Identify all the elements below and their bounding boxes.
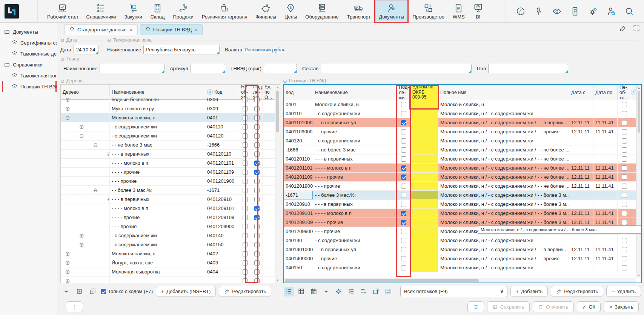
tree-expand-icon[interactable]: ⊕: [79, 124, 84, 130]
column-header-code[interactable]: Код: [284, 85, 313, 100]
scrollbar-thumb[interactable]: [276, 91, 279, 132]
column-header-sort[interactable]: ∧: [631, 85, 636, 100]
subject-checkbox[interactable]: [254, 124, 260, 130]
necessary-checkbox[interactable]: [243, 197, 248, 202]
position-row[interactable]: 0401201109- - - - прочиеМолоко и сливки,…: [284, 173, 636, 182]
column-header-subject[interactable]: Под- ле- жи...: [397, 85, 410, 100]
menu-item-production[interactable]: Производство: [408, 0, 449, 22]
column-header-name[interactable]: Наименование: [313, 85, 397, 100]
vertical-scrollbar[interactable]: ▲ ▼: [275, 85, 280, 283]
tree-collapse-icon[interactable]: ⊖: [107, 196, 110, 202]
date-input[interactable]: [74, 45, 98, 54]
swap-icon[interactable]: [383, 287, 393, 296]
calendar-view-icon[interactable]: [309, 287, 319, 296]
add-button[interactable]: +Добавить (INSERT): [156, 286, 216, 297]
tree-expand-icon[interactable]: ⊕: [65, 278, 70, 283]
menu-item-sales[interactable]: Продажи: [169, 0, 197, 22]
position-row[interactable]: 040140- с содержанием жиМолоко и сливки,…: [284, 236, 636, 245]
subject-checkbox[interactable]: [254, 151, 260, 157]
necessary-checkbox[interactable]: [622, 256, 627, 261]
position-row[interactable]: 0401Молоко и сливки, нМолоко и сливки, н: [284, 100, 636, 109]
refresh-button[interactable]: [467, 301, 484, 312]
user-lock-icon[interactable]: [605, 5, 618, 18]
subject-checkbox[interactable]: [254, 269, 260, 275]
subject-checkbox[interactable]: [401, 247, 406, 252]
cancel-button[interactable]: Отменить: [533, 301, 573, 312]
expand-all-icon[interactable]: [88, 287, 98, 296]
subject-checkbox[interactable]: [401, 238, 406, 243]
collapse-group-icon[interactable]: ⊖: [60, 78, 65, 84]
tree-row[interactable]: ⊖- - - в первичных040120110: [61, 150, 275, 159]
tree-row[interactable]: ●- - - - прочие0401201109: [61, 168, 275, 177]
necessary-checkbox[interactable]: [243, 161, 248, 166]
scroll-down-icon[interactable]: ▼: [637, 273, 641, 278]
add-button[interactable]: +Добавить: [510, 286, 548, 297]
currency-link[interactable]: Российский рубль: [244, 47, 285, 52]
only-with-code-checkbox[interactable]: [101, 289, 106, 294]
tab-close-icon[interactable]: ×: [195, 27, 198, 33]
subject-checkbox[interactable]: [254, 179, 260, 184]
more-actions-button[interactable]: ⋮: [66, 301, 83, 312]
necessary-checkbox[interactable]: [243, 215, 248, 220]
column-header-unit-okrb[interactable]: Ед.изм по ОКРБ 008-95: [410, 85, 438, 100]
necessary-checkbox[interactable]: [622, 265, 627, 270]
necessary-checkbox[interactable]: [243, 115, 248, 120]
tree-expand-icon[interactable]: ⊕: [65, 260, 70, 266]
subject-checkbox[interactable]: [401, 265, 406, 270]
fullscreen-icon[interactable]: [633, 25, 640, 33]
position-row[interactable]: 040120910- - - в первичныхМолоко и сливк…: [284, 200, 636, 209]
tree-row[interactable]: ⊕Молоко и сливки, с0402: [61, 249, 275, 258]
expand-branch-icon[interactable]: [74, 287, 85, 296]
position-row[interactable]: 0401201101- - - - молоко в пМолоко и сли…: [284, 164, 636, 173]
menu-item-warehouse[interactable]: Склад: [146, 0, 169, 22]
subject-checkbox[interactable]: [254, 133, 260, 139]
filter-icon[interactable]: [61, 287, 71, 296]
tree-row[interactable]: ●- - - - молоко в п0401201101: [61, 159, 275, 168]
sidebar-item[interactable]: Позиции ТН ВЭД: [0, 81, 57, 92]
necessary-checkbox[interactable]: [243, 224, 248, 229]
zone-name-input[interactable]: [143, 45, 220, 54]
pin-icon[interactable]: [532, 5, 545, 18]
position-row[interactable]: 040110- с содержанием жиМолоко и сливки,…: [284, 109, 636, 118]
subject-checkbox[interactable]: [401, 156, 406, 162]
tree-row[interactable]: ●- - - прочие0401209900: [61, 222, 275, 231]
necessary-checkbox[interactable]: [622, 193, 627, 198]
tree-row[interactable]: ⊖- - - в первичных040120910: [61, 195, 275, 204]
subject-checkbox[interactable]: [254, 206, 260, 211]
subject-checkbox[interactable]: [401, 147, 406, 153]
subject-checkbox[interactable]: [401, 184, 406, 189]
edit-button[interactable]: Редактировать: [551, 286, 603, 297]
necessary-checkbox[interactable]: [243, 133, 248, 139]
necessary-checkbox[interactable]: [622, 211, 627, 216]
add-list-icon[interactable]: [358, 287, 369, 296]
necessary-checkbox[interactable]: [243, 260, 248, 266]
column-header-full-name[interactable]: Полное имя: [438, 85, 569, 100]
sidebar-item[interactable]: Сертификаты соотв: [0, 37, 57, 48]
necessary-checkbox[interactable]: [622, 174, 627, 180]
subject-checkbox[interactable]: [254, 142, 260, 148]
pencil-icon[interactable]: [619, 25, 627, 33]
necessary-checkbox[interactable]: [622, 111, 627, 116]
tree-row[interactable]: ●- - - - молоко в п0401209101: [61, 204, 275, 213]
necessary-checkbox[interactable]: [622, 238, 627, 243]
tree-collapse-icon[interactable]: ⊖: [79, 133, 84, 139]
tree-row[interactable]: ⊖- - более 3 мас.%:-1671: [61, 186, 275, 195]
subject-checkbox[interactable]: [401, 129, 406, 134]
necessary-checkbox[interactable]: [243, 124, 248, 130]
tree-expand-icon[interactable]: ⊕: [79, 233, 84, 238]
search-icon[interactable]: [623, 5, 636, 18]
position-row[interactable]: -1671- - более 3 мас.%:Молоко и сливки, …: [284, 191, 636, 200]
subject-checkbox[interactable]: [254, 161, 260, 166]
scrollbar-thumb[interactable]: [285, 279, 479, 282]
necessary-checkbox[interactable]: [622, 102, 627, 107]
necessary-checkbox[interactable]: [243, 142, 248, 148]
tree-expand-icon[interactable]: ⊕: [65, 251, 70, 256]
menu-item-finance[interactable]: Финансы: [251, 0, 280, 22]
necessary-checkbox[interactable]: [243, 251, 248, 256]
tree-collapse-icon[interactable]: ⊖: [93, 142, 98, 148]
subject-checkbox[interactable]: [401, 202, 406, 207]
necessary-checkbox[interactable]: [622, 120, 627, 125]
position-row[interactable]: 0401209101- - - - молоко в пМолоко и сли…: [284, 209, 636, 218]
column-header-date-to[interactable]: Дата по: [593, 85, 618, 100]
position-row[interactable]: 040120- с содержанием жиМолоко и сливки,…: [284, 136, 636, 145]
